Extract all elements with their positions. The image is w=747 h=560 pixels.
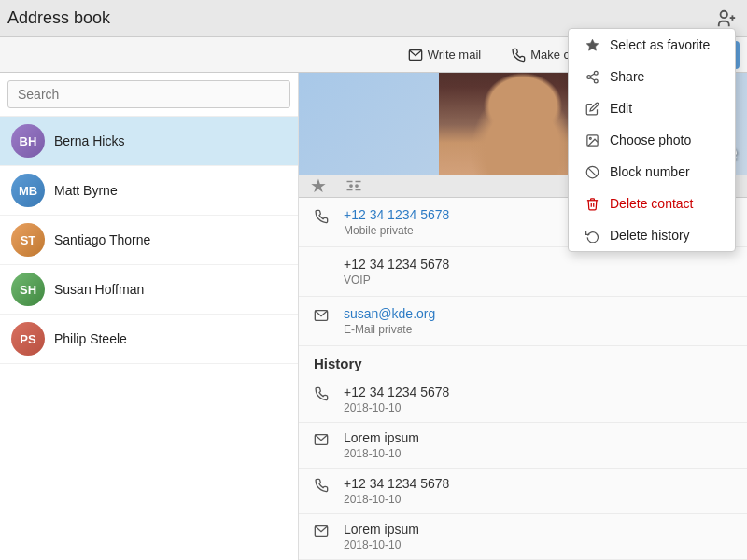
- mail-icon: [408, 48, 423, 63]
- history-row-text: Lorem ipsum: [344, 430, 732, 445]
- svg-point-0: [721, 10, 727, 17]
- contact-item[interactable]: PS Philip Steele: [0, 315, 298, 364]
- dropdown-item-label: Block number: [610, 164, 690, 179]
- history-header: History: [299, 346, 747, 377]
- email-row: susan@kde.org E-Mail private: [299, 297, 747, 346]
- contact-name: Susan Hoffman: [54, 282, 144, 297]
- dropdown-item-choose-photo[interactable]: Choose photo: [569, 124, 735, 156]
- history-row-date: 2018-10-10: [344, 493, 732, 506]
- contact-name: Berna Hicks: [54, 133, 124, 148]
- dropdown-item-label: Choose photo: [610, 133, 691, 147]
- app-title: Address book: [7, 8, 713, 28]
- favorite-star-button[interactable]: ★: [310, 175, 327, 197]
- main-area: BH Berna Hicks MB Matt Byrne ST Santiago…: [0, 73, 747, 560]
- share-icon: [584, 73, 600, 84]
- phone-voip-content: +12 34 1234 5678 VOIP: [344, 257, 732, 287]
- history-row-date: 2018-10-10: [344, 401, 732, 414]
- dropdown-item-delete-history[interactable]: Delete history: [569, 219, 735, 251]
- history-row: Lorem ipsum 2018-10-10: [299, 423, 747, 469]
- contact-name: Matt Byrne: [54, 183, 118, 198]
- contact-item[interactable]: BH Berna Hicks: [0, 117, 298, 166]
- history-row-date: 2018-10-10: [344, 539, 732, 552]
- svg-point-17: [586, 75, 590, 78]
- email-label: E-Mail private: [344, 323, 732, 336]
- phone-voip-label: VOIP: [344, 273, 732, 287]
- write-mail-button[interactable]: Write mail: [401, 44, 489, 66]
- photo-icon: [584, 133, 600, 147]
- write-mail-label: Write mail: [428, 48, 482, 62]
- delete-history-icon: [584, 229, 600, 243]
- contact-item[interactable]: SH Susan Hoffman: [0, 265, 298, 315]
- edit-icon: [584, 102, 600, 116]
- search-container: [0, 73, 298, 117]
- avatar: MB: [11, 174, 45, 207]
- phone-voip-number[interactable]: +12 34 1234 5678: [344, 257, 732, 272]
- avatar: BH: [11, 124, 45, 158]
- history-row: Lorem ipsum 2018-10-10: [299, 514, 747, 560]
- history-section: +12 34 1234 5678 2018-10-10 Lorem ipsum …: [299, 377, 747, 560]
- phone-mobile-icon: [314, 209, 332, 227]
- search-input[interactable]: [7, 80, 290, 108]
- dropdown-item-edit[interactable]: Edit: [569, 92, 735, 124]
- svg-point-6: [356, 185, 358, 187]
- history-row-text: +12 34 1234 5678: [344, 476, 732, 491]
- dropdown-item-delete-contact[interactable]: Delete contact: [569, 188, 735, 219]
- phone-voip-row: +12 34 1234 5678 VOIP: [299, 247, 747, 297]
- svg-line-24: [588, 168, 597, 176]
- svg-point-16: [594, 73, 598, 75]
- avatar: ST: [11, 223, 45, 257]
- history-row-content: +12 34 1234 5678 2018-10-10: [344, 476, 732, 506]
- dropdown-item-share[interactable]: Share: [569, 73, 735, 92]
- avatar: PS: [11, 322, 45, 356]
- contact-list: BH Berna Hicks MB Matt Byrne ST Santiago…: [0, 117, 298, 560]
- history-row-icon: [314, 478, 332, 496]
- dropdown-item-label: Delete history: [610, 228, 690, 243]
- history-row: +12 34 1234 5678 2018-10-10: [299, 377, 747, 423]
- history-row-text: +12 34 1234 5678: [344, 385, 732, 399]
- phone-icon: [511, 48, 526, 63]
- svg-point-18: [594, 79, 598, 83]
- contact-name: Santiago Thorne: [54, 232, 150, 247]
- svg-line-19: [590, 77, 594, 79]
- app-container: Address book Write mail Make call: [0, 0, 747, 560]
- svg-point-5: [350, 185, 352, 187]
- email-address[interactable]: susan@kde.org: [344, 306, 732, 321]
- delete-icon: [584, 197, 600, 211]
- avatar: SH: [11, 273, 45, 306]
- history-row-text: Lorem ipsum: [344, 522, 732, 537]
- history-row-date: 2018-10-10: [344, 447, 732, 460]
- history-row: +12 34 1234 5678 2018-10-10: [299, 469, 747, 514]
- history-row-content: Lorem ipsum 2018-10-10: [344, 430, 732, 460]
- more-options-button[interactable]: [345, 177, 362, 194]
- history-row-icon: [314, 386, 332, 404]
- dropdown-menu: Select as favorite Share Edit Choose pho…: [568, 73, 736, 252]
- history-row-icon: [314, 524, 332, 541]
- email-icon: [314, 308, 332, 326]
- history-row-content: Lorem ipsum 2018-10-10: [344, 522, 732, 552]
- history-row-content: +12 34 1234 5678 2018-10-10: [344, 385, 732, 414]
- sidebar: BH Berna Hicks MB Matt Byrne ST Santiago…: [0, 73, 299, 560]
- contact-item[interactable]: MB Matt Byrne: [0, 166, 298, 216]
- block-icon: [584, 165, 600, 179]
- dropdown-item-label: Edit: [610, 101, 632, 116]
- dropdown-item-block-number[interactable]: Block number: [569, 156, 735, 188]
- svg-line-20: [590, 74, 594, 76]
- dropdown-item-label: Share: [610, 73, 644, 84]
- contact-item[interactable]: ST Santiago Thorne: [0, 216, 298, 265]
- history-row-icon: [314, 432, 332, 450]
- dropdown-item-label: Delete contact: [610, 196, 694, 211]
- email-content: susan@kde.org E-Mail private: [344, 306, 732, 336]
- svg-point-22: [589, 137, 591, 139]
- contact-name: Philip Steele: [54, 331, 127, 346]
